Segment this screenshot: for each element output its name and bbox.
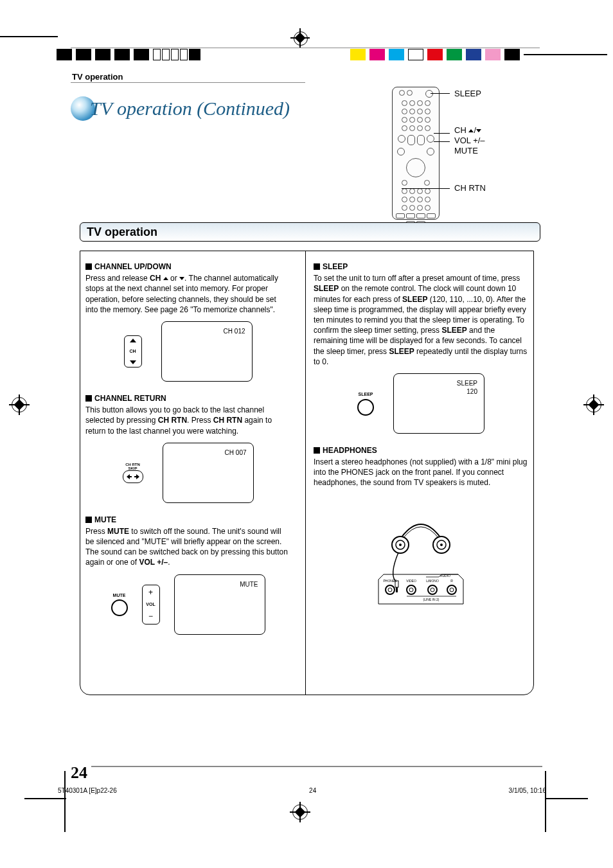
- subhead-mute: MUTE: [85, 515, 290, 525]
- mute-button-icon: MUTE: [111, 592, 128, 616]
- remote-label-ch: CH /: [454, 125, 481, 135]
- page-number: 24: [67, 763, 91, 783]
- svg-point-21: [428, 585, 437, 594]
- text-channel-return: This button allows you to go back to the…: [85, 405, 290, 436]
- svg-text:PHONES: PHONES: [383, 579, 397, 583]
- svg-text:L/MONO: L/MONO: [426, 579, 439, 583]
- crop-mark: [545, 771, 546, 832]
- svg-rect-3: [134, 476, 136, 477]
- tv-screen-ch012: CH 012: [161, 321, 253, 382]
- page-title: TV operation (Continued): [71, 96, 290, 121]
- svg-text:(LINE IN 2): (LINE IN 2): [423, 598, 439, 601]
- remote-label-vol: VOL +/–: [454, 136, 485, 145]
- footer-file: 5T40301A [E]p22-26: [58, 787, 117, 794]
- text-mute: Press MUTE to switch off the sound. The …: [85, 526, 290, 568]
- headphones-illustration: PHONES VIDEO L/MONO R AUDIO (LINE IN 2): [363, 499, 479, 614]
- text-sleep: To set the unit to turn off after a pres…: [314, 273, 528, 367]
- registration-cross-top: [292, 30, 308, 46]
- svg-point-17: [386, 585, 395, 594]
- chrtn-button-icon: CH RTNSKIP: [123, 463, 143, 483]
- remote-label-mute: MUTE: [454, 146, 478, 155]
- subhead-sleep: SLEEP: [314, 261, 528, 272]
- remote-label-chrtn: CH RTN: [454, 183, 486, 193]
- crop-mark: [24, 798, 66, 799]
- tv-screen-sleep: SLEEP120: [393, 373, 484, 434]
- section-heading: TV operation: [80, 222, 540, 242]
- volume-rocker-icon: + VOL −: [142, 585, 160, 624]
- footer-page: 24: [309, 787, 316, 794]
- crop-mark: [64, 771, 66, 832]
- remote-label-sleep: SLEEP: [454, 89, 481, 98]
- svg-point-9: [440, 544, 443, 546]
- content-frame: CHANNEL UP/DOWN Press and release CH or …: [80, 251, 534, 695]
- subhead-headphones: HEADPHONES: [314, 445, 528, 456]
- tv-screen-ch007: CH 007: [163, 443, 254, 503]
- svg-point-19: [407, 585, 416, 594]
- svg-text:VIDEO: VIDEO: [406, 579, 416, 583]
- svg-text:AUDIO: AUDIO: [440, 574, 450, 578]
- sleep-button-icon: SLEEP: [357, 391, 374, 415]
- registration-cross-bottom: [292, 804, 308, 820]
- channel-rocker-icon: CH: [124, 335, 142, 368]
- chevron-up-icon: [163, 277, 168, 280]
- tv-screen-mute: MUTE: [174, 574, 265, 635]
- registration-cross-left: [12, 397, 27, 412]
- text-channel-updown: Press and release CH or . The channel au…: [85, 273, 290, 315]
- svg-marker-2: [136, 474, 139, 479]
- footer-date: 3/1/05, 10:16: [509, 787, 546, 794]
- subhead-channel-updown: CHANNEL UP/DOWN: [85, 261, 290, 272]
- svg-text:R: R: [450, 579, 453, 583]
- text-headphones: Insert a stereo headphones (not supplied…: [314, 457, 528, 488]
- subhead-channel-return: CHANNEL RETURN: [85, 393, 290, 403]
- footer: 5T40301A [E]p22-26 24 3/1/05, 10:16: [58, 787, 546, 794]
- crop-mark: [546, 798, 588, 799]
- breadcrumb: TV operation: [72, 72, 123, 82]
- chevron-down-icon: [179, 277, 184, 280]
- svg-rect-11: [396, 587, 398, 592]
- svg-point-6: [399, 544, 402, 546]
- svg-rect-1: [130, 476, 132, 477]
- svg-marker-0: [127, 474, 130, 479]
- remote-diagram: SLEEP CH / VOL +/– MUTE CH RTN: [382, 87, 543, 222]
- svg-point-23: [447, 585, 456, 594]
- registration-cross-right: [586, 397, 601, 412]
